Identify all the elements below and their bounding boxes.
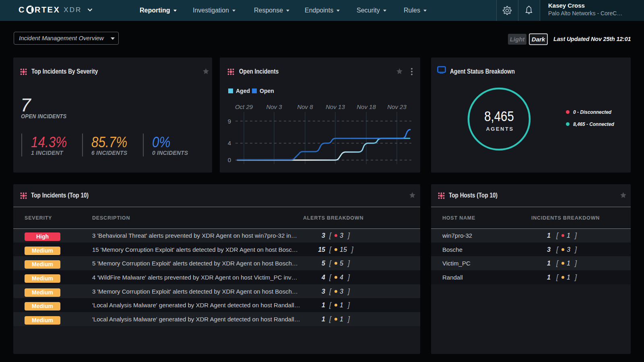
svg-text:0: 0 [228,156,231,163]
svg-text:Nov 8: Nov 8 [297,103,313,110]
svg-text:Nov 23: Nov 23 [387,103,407,110]
svg-text:Oct 29: Oct 29 [235,103,253,110]
svg-text:9: 9 [228,118,231,125]
svg-text:Nov 13: Nov 13 [326,103,345,110]
svg-text:Nov 18: Nov 18 [357,103,376,110]
svg-text:4: 4 [228,140,231,146]
svg-text:Nov 3: Nov 3 [266,103,282,110]
